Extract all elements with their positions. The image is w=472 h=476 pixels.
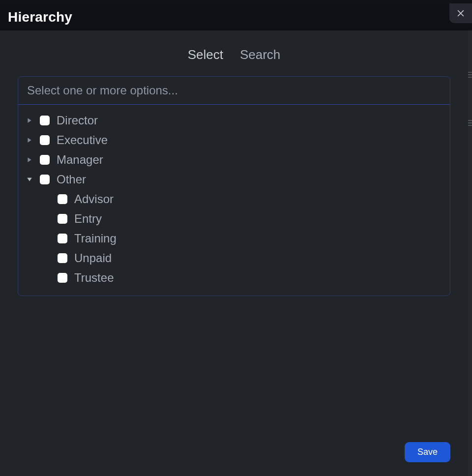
tree-label: Unpaid bbox=[74, 251, 112, 265]
checkbox-other[interactable] bbox=[40, 175, 50, 184]
tree-node-other[interactable]: Other bbox=[26, 170, 442, 189]
tab-bar: Select Search bbox=[0, 47, 468, 64]
checkbox-director[interactable] bbox=[40, 116, 50, 125]
checkbox-manager[interactable] bbox=[40, 155, 50, 165]
select-panel: Director Executive Manager bbox=[18, 76, 450, 296]
tree-label: Other bbox=[57, 173, 86, 186]
tree-node-executive[interactable]: Executive bbox=[26, 130, 442, 150]
caret-right-icon[interactable] bbox=[26, 156, 33, 163]
caret-right-icon[interactable] bbox=[26, 117, 33, 124]
save-button[interactable]: Save bbox=[405, 442, 450, 462]
modal-header: Hierarchy bbox=[0, 0, 472, 30]
tree-node-training[interactable]: Training bbox=[26, 229, 442, 248]
tree-list: Director Executive Manager bbox=[18, 105, 450, 296]
tab-search[interactable]: Search bbox=[240, 47, 280, 64]
checkbox-unpaid[interactable] bbox=[58, 253, 67, 263]
tree-label: Training bbox=[74, 232, 117, 245]
tree-label: Director bbox=[57, 114, 98, 127]
tree-label: Trustee bbox=[74, 271, 114, 285]
tree-label: Manager bbox=[57, 153, 103, 167]
tree-label: Entry bbox=[74, 212, 102, 226]
tree-label: Executive bbox=[57, 133, 108, 147]
tree-node-unpaid[interactable]: Unpaid bbox=[26, 248, 442, 268]
modal-body: Select Search Director Executive bbox=[0, 30, 468, 476]
tree-node-trustee[interactable]: Trustee bbox=[26, 268, 442, 288]
tree-node-manager[interactable]: Manager bbox=[26, 150, 442, 170]
caret-right-icon[interactable] bbox=[26, 137, 33, 144]
select-input-wrap bbox=[18, 77, 450, 105]
tree-node-director[interactable]: Director bbox=[26, 111, 442, 130]
caret-down-icon[interactable] bbox=[26, 176, 33, 183]
close-icon bbox=[456, 8, 466, 18]
tab-select[interactable]: Select bbox=[188, 47, 223, 64]
select-input[interactable] bbox=[27, 84, 441, 97]
svg-marker-5 bbox=[27, 178, 32, 181]
checkbox-advisor[interactable] bbox=[58, 194, 67, 204]
close-button[interactable] bbox=[449, 3, 472, 23]
checkbox-executive[interactable] bbox=[40, 135, 50, 145]
page-title: Hierarchy bbox=[8, 9, 72, 25]
svg-marker-4 bbox=[28, 157, 31, 162]
svg-marker-3 bbox=[28, 138, 31, 143]
checkbox-entry[interactable] bbox=[58, 214, 67, 224]
checkbox-training[interactable] bbox=[58, 234, 67, 243]
tree-label: Advisor bbox=[74, 192, 114, 206]
tree-node-entry[interactable]: Entry bbox=[26, 209, 442, 229]
checkbox-trustee[interactable] bbox=[58, 273, 67, 283]
tree-node-advisor[interactable]: Advisor bbox=[26, 189, 442, 209]
svg-marker-2 bbox=[28, 118, 31, 123]
